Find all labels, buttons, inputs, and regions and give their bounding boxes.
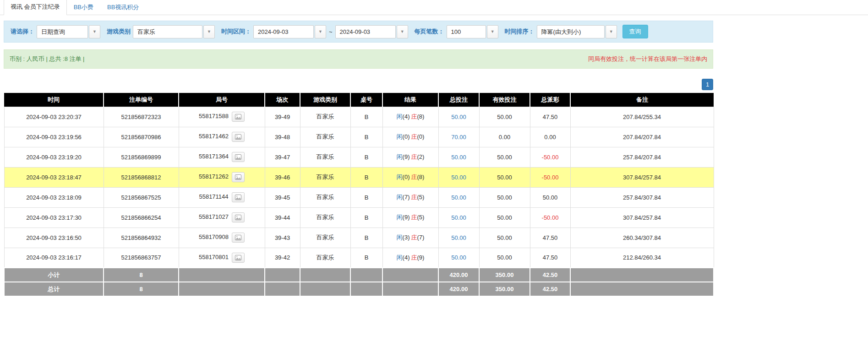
result-player-label: 闲 [397,254,403,261]
game-type-value[interactable]: 百家乐 [133,25,202,38]
cell-table-no: B [350,147,382,167]
round-id-text: 558171144 [199,193,228,200]
result-banker-num: (8) [417,113,425,120]
cell-payout: -50.00 [530,147,570,167]
roadmap-image-icon[interactable] [232,112,245,122]
valid-bet-notice-text: 同局有效投注，统一计算在该局第一张注单内 [588,55,707,63]
subtotal-row: 小计 8 420.00 350.00 42.50 [4,268,714,282]
roadmap-image-icon[interactable] [232,192,245,202]
cell-payout: 47.50 [530,228,570,248]
cell-time: 2024-09-03 23:17:30 [4,207,104,228]
cell-time: 2024-09-03 23:16:50 [4,228,104,248]
cell-result: 闲(0)庄(0) [382,127,438,147]
cell-payout: 47.50 [530,107,570,127]
cell-total-bet: 50.00 [438,147,479,167]
total-bet-link[interactable]: 70.00 [451,134,466,141]
header-valid-bet: 有效投注 [479,93,530,107]
cell-bet-id: 521856864932 [104,228,179,248]
total-bet-link[interactable]: 50.00 [451,154,466,161]
cell-result: 闲(9)庄(2) [382,147,438,167]
cell-note: 257.84/207.84 [570,147,714,167]
result-banker-num: (0) [417,133,425,140]
time-range-label: 时间区间： [221,27,251,36]
subtotal-label: 小计 [4,268,104,282]
cell-total-bet: 50.00 [438,228,479,248]
page-size-value[interactable]: 100 [447,25,486,38]
result-player-label: 闲 [397,194,403,200]
cell-payout: 50.00 [530,187,570,207]
date-from-select[interactable]: 2024-09-03 ▼ [253,25,326,38]
select-type-label: 请选择： [11,27,34,36]
roadmap-image-icon[interactable] [232,172,245,182]
cell-valid-bet: 50.00 [479,167,530,187]
chevron-down-icon[interactable]: ▼ [315,25,326,38]
cell-session: 39-43 [265,228,300,248]
cell-note: 212.84/260.34 [570,248,714,268]
cell-note: 307.84/257.84 [570,167,714,187]
chevron-down-icon[interactable]: ▼ [487,25,498,38]
cell-game-type: 百家乐 [300,207,350,228]
sort-order-select[interactable]: 降冪(由大到小) ▼ [537,25,617,38]
roadmap-image-icon[interactable] [232,233,245,243]
date-to-value[interactable]: 2024-09-03 [335,25,396,38]
chevron-down-icon[interactable]: ▼ [397,25,408,38]
total-bet-link[interactable]: 50.00 [451,174,466,181]
cell-round-id: 558171144 [179,187,265,207]
tab-betting-records[interactable]: 视讯 会员下注纪录 [4,0,67,15]
cell-valid-bet: 50.00 [479,207,530,228]
cell-valid-bet: 50.00 [479,147,530,167]
cell-time: 2024-09-03 23:18:47 [4,167,104,187]
chevron-down-icon[interactable]: ▼ [89,25,100,38]
result-player-label: 闲 [397,133,403,140]
result-player-num: (0) [403,133,410,140]
game-type-select[interactable]: 百家乐 ▼ [133,25,215,38]
header-note: 备注 [570,93,714,107]
round-id-text: 558171364 [199,153,229,160]
summary-bar: 币别 : 人民币 | 总共 :8 注单 | 同局有效投注，统一计算在该局第一张注… [4,49,713,69]
total-label: 总计 [4,282,104,296]
cell-table-no: B [350,248,382,268]
tab-bb-points[interactable]: BB视讯积分 [100,0,146,15]
roadmap-image-icon[interactable] [232,212,245,222]
cell-total-bet: 70.00 [438,127,479,147]
result-player-label: 闲 [397,173,403,180]
roadmap-image-icon[interactable] [232,132,245,142]
cell-result: 闲(9)庄(5) [382,207,438,228]
round-id-text: 558171588 [199,113,229,119]
cell-valid-bet: 50.00 [479,248,530,268]
sort-order-value[interactable]: 降冪(由大到小) [537,25,605,38]
result-player-num: (0) [403,173,410,180]
cell-round-id: 558171364 [179,147,265,167]
search-button[interactable]: 查询 [622,25,648,38]
total-bet-link[interactable]: 50.00 [451,214,466,221]
round-id-text: 558171027 [199,213,229,220]
total-bet-link[interactable]: 50.00 [451,194,466,201]
tab-bb-tips[interactable]: BB小费 [67,0,100,15]
total-bet-link[interactable]: 50.00 [451,114,466,120]
total-bet-link[interactable]: 50.00 [451,234,466,241]
cell-game-type: 百家乐 [300,127,350,147]
subtotal-total-bet: 420.00 [438,268,479,282]
result-banker-num: (5) [417,194,425,200]
query-type-value[interactable]: 日期查询 [37,25,88,38]
total-bet-link[interactable]: 50.00 [451,254,466,261]
header-total-bet: 总投注 [438,93,479,107]
roadmap-image-icon[interactable] [232,253,245,263]
cell-time: 2024-09-03 23:18:09 [4,187,104,207]
query-type-select[interactable]: 日期查询 ▼ [37,25,100,38]
chevron-down-icon[interactable]: ▼ [203,25,215,38]
chevron-down-icon[interactable]: ▼ [606,25,617,38]
subtotal-payout: 42.50 [530,268,570,282]
cell-note: 260.34/307.84 [570,228,714,248]
page-1-button[interactable]: 1 [702,79,713,90]
date-from-value[interactable]: 2024-09-03 [253,25,314,38]
cell-game-type: 百家乐 [300,147,350,167]
cell-game-type: 百家乐 [300,107,350,127]
roadmap-image-icon[interactable] [232,152,245,162]
page-size-select[interactable]: 100 ▼ [447,25,498,38]
result-banker-num: (2) [417,153,425,160]
cell-note: 207.84/207.84 [570,127,714,147]
total-valid-bet: 350.00 [479,282,530,296]
cell-game-type: 百家乐 [300,187,350,207]
date-to-select[interactable]: 2024-09-03 ▼ [335,25,408,38]
